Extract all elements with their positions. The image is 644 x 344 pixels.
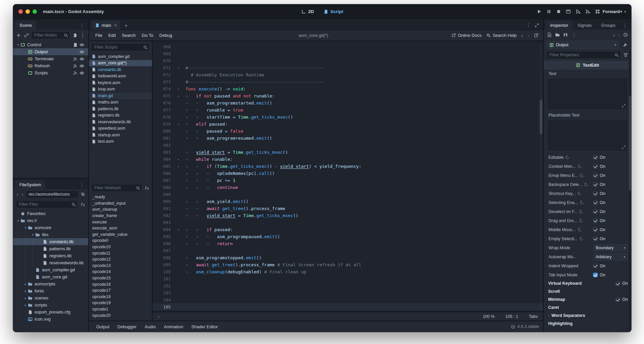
add-node-button[interactable]	[16, 32, 21, 38]
scene-node[interactable]: Scripts	[13, 69, 88, 76]
scene-tab-main[interactable]: main ×	[92, 20, 120, 30]
new-scene-tab-button[interactable]: +	[122, 20, 130, 30]
filesystem-item[interactable]: patterns.lib	[13, 245, 88, 252]
code-line[interactable]: 103	[153, 289, 543, 296]
method-list-item[interactable]: opcode13	[89, 263, 152, 269]
editor-layout-button[interactable]	[595, 9, 600, 14]
tab-inspector[interactable]: Inspector	[546, 21, 572, 30]
code-line[interactable]: 089	[153, 191, 543, 198]
filter-methods-input[interactable]	[91, 184, 142, 192]
method-list-item[interactable]: asm_cleanup	[89, 206, 152, 213]
script-list-item[interactable]: keytest.asm	[89, 79, 152, 86]
code-line[interactable]: 084▾» while runable:	[153, 156, 543, 163]
script-list-item[interactable]: helloworld.asm	[89, 73, 152, 80]
online-docs-link[interactable]: Online Docs	[451, 33, 482, 38]
code-line[interactable]: 069	[153, 50, 543, 57]
property-group[interactable]: Caret	[544, 303, 631, 312]
script-list-item[interactable]: asm_core.gd(*)	[89, 60, 152, 67]
code-line[interactable]: 105	[153, 303, 543, 311]
fold-arrow-icon[interactable]: ▾	[175, 66, 182, 70]
checkbox[interactable]	[593, 209, 598, 214]
indent-type[interactable]: Tabs	[529, 314, 538, 319]
filesystem-item[interactable]: ▾asmcore	[13, 224, 88, 231]
filter-scripts-input[interactable]	[91, 43, 150, 51]
history-icon[interactable]	[623, 32, 628, 37]
revert-icon[interactable]	[580, 200, 584, 205]
method-list-item[interactable]: opcode1	[89, 306, 152, 313]
code-line[interactable]: 101	[153, 275, 543, 282]
code-line[interactable]: 081» » asm_programresumed.emit()	[153, 135, 543, 142]
sort-files-button[interactable]	[80, 202, 86, 207]
inspector-dock-menu-button[interactable]: ⋮	[621, 21, 629, 30]
method-list-item[interactable]: create_frame	[89, 213, 152, 219]
play-custom-scene-button[interactable]	[585, 9, 590, 14]
method-list-item[interactable]: opcode11	[89, 250, 152, 256]
code-line[interactable]: 088» » » continue	[153, 184, 543, 191]
tab-filesystem[interactable]: FileSystem	[15, 180, 45, 189]
script-list-item[interactable]: constants.lib	[89, 66, 152, 73]
history-back-button[interactable]: ‹	[521, 32, 523, 38]
signal-icon[interactable]	[73, 64, 77, 68]
editor-vscrollbar[interactable]	[540, 43, 542, 311]
code-line[interactable]: 080» » paused = false	[153, 128, 543, 135]
checkbox[interactable]	[593, 218, 598, 223]
tree-arrow-icon[interactable]: ▸	[23, 303, 28, 307]
code-line[interactable]: 090» » asm_yield.emit()	[153, 198, 543, 205]
close-button[interactable]	[18, 9, 23, 14]
placeholder-property-editor[interactable]	[547, 119, 628, 151]
tab-signals[interactable]: Signals	[573, 21, 596, 30]
fold-arrow-icon[interactable]: ▾	[175, 158, 182, 161]
text-property-editor[interactable]	[547, 78, 628, 110]
float-window-icon[interactable]	[534, 33, 538, 38]
code-line[interactable]: 073#------------------------------------…	[153, 78, 543, 85]
inspector-scrollbar[interactable]	[629, 51, 631, 331]
attach-script-button[interactable]	[72, 32, 78, 38]
revert-icon[interactable]	[579, 236, 584, 241]
method-list-item[interactable]: opcode18	[89, 294, 152, 300]
code-line[interactable]: 076» » asm_programstarted.emit()	[153, 99, 543, 107]
code-line[interactable]: 100» asm_cleanup(debugEnabled) # Final c…	[153, 268, 543, 275]
revert-icon[interactable]	[577, 191, 582, 196]
script-icon[interactable]	[73, 43, 77, 47]
tab-list-button[interactable]: ⋮	[526, 22, 531, 28]
menu-debug[interactable]: Debug	[156, 31, 175, 39]
fold-arrow-icon[interactable]: ▾	[175, 87, 182, 91]
signal-icon[interactable]	[73, 57, 77, 61]
checkbox[interactable]	[615, 281, 620, 286]
sort-methods-button[interactable]	[144, 185, 150, 191]
code-lines[interactable]: 068069070071▾#--------------------------…	[153, 41, 543, 312]
filesystem-item[interactable]: icon.svg	[13, 316, 88, 323]
cursor-position[interactable]: 105 : 1	[505, 314, 518, 319]
scene-node[interactable]: Output	[13, 48, 88, 55]
checkbox[interactable]	[593, 182, 598, 187]
stop-button[interactable]	[556, 9, 561, 14]
tree-arrow-icon[interactable]: ▾	[16, 43, 20, 47]
workspace-2d-button[interactable]: 2D	[301, 9, 314, 14]
bottom-tab-audio[interactable]: Audio	[141, 323, 159, 331]
code-line[interactable]: 075▾» if not paused and not runable:	[153, 92, 543, 99]
version-info[interactable]: 4.6.2.stable	[511, 324, 539, 329]
code-line[interactable]: 102	[153, 282, 543, 289]
method-list-item[interactable]: execute	[89, 219, 152, 225]
scene-node[interactable]: ▾Control	[13, 41, 88, 48]
code-line[interactable]: 099» await get_tree().process_frame # Fi…	[153, 261, 543, 268]
property-group[interactable]: MinimapOn	[544, 295, 631, 303]
filesystem-item[interactable]: Favorites:	[13, 210, 88, 217]
expand-icon[interactable]	[622, 104, 626, 108]
revert-icon[interactable]	[579, 209, 583, 214]
fold-arrow-icon[interactable]: ▾	[175, 94, 182, 98]
filesystem-item[interactable]: ▸scenes	[13, 294, 88, 301]
code-line[interactable]: 082	[153, 142, 543, 149]
script-list-item[interactable]: test.asm	[89, 138, 152, 145]
bottom-tab-output[interactable]: Output	[93, 323, 113, 331]
method-list-item[interactable]: opcode0	[89, 237, 152, 244]
signal-icon[interactable]	[73, 71, 77, 75]
filesystem-item[interactable]: ▾res://	[13, 217, 88, 224]
script-list-item[interactable]: patterns.lib	[89, 106, 152, 112]
code-line[interactable]: 074▾func execute() -> void:	[153, 85, 543, 92]
checkbox[interactable]	[593, 227, 598, 232]
code-line[interactable]: 092» » yield_start = Time.get_ticks_msec…	[153, 212, 543, 219]
script-list-item[interactable]: asm_compiler.gd	[89, 53, 152, 60]
script-list-item[interactable]: main.gd	[89, 92, 152, 99]
code-line[interactable]: 093	[153, 219, 543, 226]
